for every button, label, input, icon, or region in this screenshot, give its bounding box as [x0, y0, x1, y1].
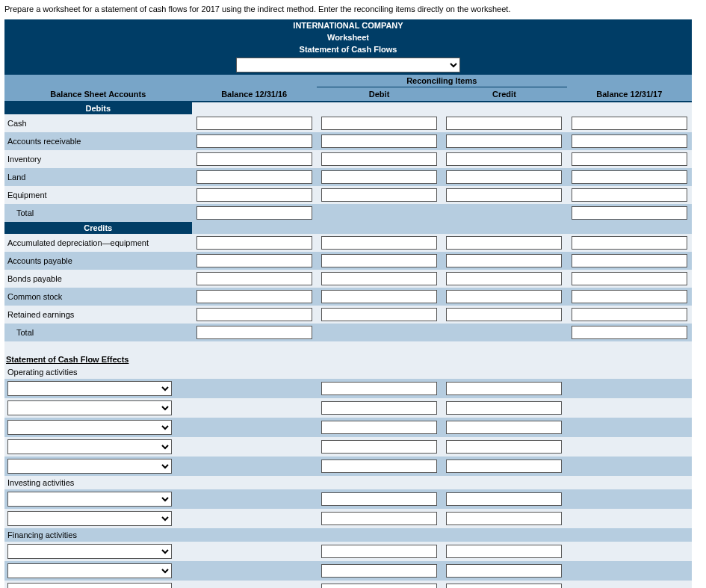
debit-input[interactable]	[321, 459, 437, 473]
investing-item-select[interactable]	[7, 492, 172, 507]
credit-input[interactable]	[446, 382, 562, 395]
credit-input[interactable]	[446, 272, 562, 285]
col-accounts: Balance Sheet Accounts	[4, 87, 192, 102]
debit-input[interactable]	[321, 290, 437, 303]
credit-input[interactable]	[446, 564, 562, 578]
balance-begin-input[interactable]	[196, 236, 312, 250]
debit-input[interactable]	[321, 492, 437, 506]
operating-label: Operating activities	[4, 365, 192, 379]
col-balance-begin: Balance 12/31/16	[192, 87, 317, 102]
debit-input[interactable]	[321, 152, 437, 166]
credit-input[interactable]	[446, 421, 562, 434]
operating-item-select[interactable]	[7, 400, 172, 415]
reconciling-group-row: Reconciling Items	[4, 75, 692, 87]
credit-input[interactable]	[446, 236, 562, 250]
balance-end-input[interactable]	[572, 170, 687, 184]
balance-begin-input[interactable]	[196, 170, 312, 184]
balance-end-total-input[interactable]	[572, 206, 687, 220]
credits-section-row: Credits	[4, 222, 692, 234]
balance-begin-input[interactable]	[196, 134, 312, 148]
financing-item-select[interactable]	[7, 563, 172, 578]
column-headers-row: Balance Sheet Accounts Balance 12/31/16 …	[4, 87, 692, 102]
balance-end-input[interactable]	[572, 134, 687, 148]
balance-end-input[interactable]	[572, 272, 687, 285]
debit-input[interactable]	[321, 188, 437, 202]
credit-input[interactable]	[446, 512, 562, 525]
balance-end-input[interactable]	[572, 236, 687, 250]
debit-input[interactable]	[321, 170, 437, 184]
balance-begin-total-input[interactable]	[196, 326, 312, 339]
debit-input[interactable]	[321, 272, 437, 285]
balance-end-input[interactable]	[572, 152, 687, 166]
account-label: Inventory	[4, 150, 192, 168]
balance-begin-input[interactable]	[196, 152, 312, 166]
balance-end-total-input[interactable]	[572, 326, 687, 339]
debit-input[interactable]	[321, 545, 437, 558]
credit-input[interactable]	[446, 188, 562, 202]
credit-input[interactable]	[446, 584, 562, 588]
balance-end-input[interactable]	[572, 188, 687, 202]
credit-input[interactable]	[446, 134, 562, 148]
credit-input[interactable]	[446, 545, 562, 558]
header-select-row	[4, 55, 692, 75]
worksheet-table: INTERNATIONAL COMPANY Worksheet Statemen…	[4, 19, 692, 588]
investing-item-select[interactable]	[7, 511, 172, 526]
debit-input[interactable]	[321, 564, 437, 578]
credit-input[interactable]	[446, 152, 562, 166]
cf-effects-label: Statement of Cash Flow Effects	[4, 352, 692, 365]
worksheet-subtitle: Statement of Cash Flows	[4, 43, 692, 55]
account-label: Retained earnings	[4, 306, 192, 324]
col-debit: Debit	[317, 87, 442, 102]
credit-input[interactable]	[446, 492, 562, 506]
operating-label-row: Operating activities	[4, 365, 692, 379]
balance-begin-total-input[interactable]	[196, 206, 312, 220]
balance-end-input[interactable]	[572, 117, 687, 130]
credit-input[interactable]	[446, 170, 562, 184]
debit-input[interactable]	[321, 440, 437, 454]
operating-item-select[interactable]	[7, 381, 172, 396]
balance-begin-input[interactable]	[196, 254, 312, 267]
table-row	[4, 457, 692, 476]
credits-total-row: Total	[4, 324, 692, 341]
credit-input[interactable]	[446, 459, 562, 473]
period-select[interactable]	[236, 58, 460, 72]
financing-item-select[interactable]	[7, 544, 172, 559]
operating-item-select[interactable]	[7, 420, 172, 435]
debit-input[interactable]	[321, 401, 437, 415]
balance-begin-input[interactable]	[196, 290, 312, 303]
operating-item-select[interactable]	[7, 459, 172, 474]
operating-item-select[interactable]	[7, 439, 172, 454]
table-row	[4, 437, 692, 457]
debit-input[interactable]	[321, 117, 437, 130]
balance-end-input[interactable]	[572, 308, 687, 321]
col-balance-end: Balance 12/31/17	[567, 87, 692, 102]
debits-section-label: Debits	[4, 102, 192, 114]
credit-input[interactable]	[446, 401, 562, 415]
credit-input[interactable]	[446, 440, 562, 454]
credit-input[interactable]	[446, 117, 562, 130]
debit-input[interactable]	[321, 421, 437, 434]
credit-input[interactable]	[446, 254, 562, 267]
debit-input[interactable]	[321, 236, 437, 250]
debit-input[interactable]	[321, 254, 437, 267]
table-row: Cash	[4, 114, 692, 132]
debit-input[interactable]	[321, 308, 437, 321]
debit-input[interactable]	[321, 382, 437, 395]
debit-input[interactable]	[321, 584, 437, 588]
balance-begin-input[interactable]	[196, 117, 312, 130]
balance-begin-input[interactable]	[196, 272, 312, 285]
balance-begin-input[interactable]	[196, 188, 312, 202]
table-row	[4, 379, 692, 398]
account-label: Common stock	[4, 288, 192, 306]
table-row: Equipment	[4, 186, 692, 204]
debit-input[interactable]	[321, 134, 437, 148]
cf-effects-header-row: Statement of Cash Flow Effects	[4, 352, 692, 365]
debit-input[interactable]	[321, 512, 437, 525]
credit-input[interactable]	[446, 308, 562, 321]
balance-end-input[interactable]	[572, 254, 687, 267]
header-subtitle-row: Statement of Cash Flows	[4, 43, 692, 55]
credit-input[interactable]	[446, 290, 562, 303]
balance-begin-input[interactable]	[196, 308, 312, 321]
financing-item-select[interactable]	[7, 583, 172, 588]
balance-end-input[interactable]	[572, 290, 687, 303]
